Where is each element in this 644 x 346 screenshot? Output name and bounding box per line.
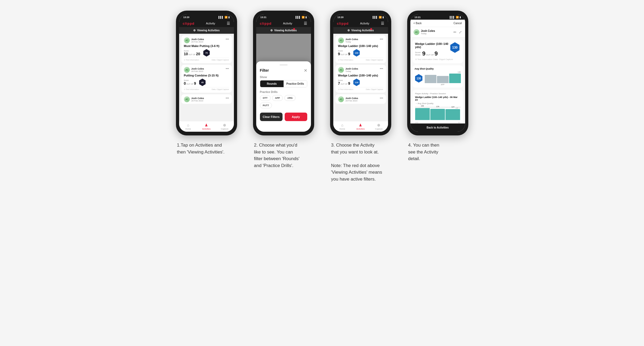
viewing-banner-3[interactable]: ⚙ Viewing Activities — [333, 27, 388, 34]
phone-4: 13:21 ▌▌▌ 📶 ▮ < Back Cancel J — [407, 11, 468, 135]
nav-title-3: Activity — [360, 22, 369, 25]
score-value-wrap-1-1: 10 OUT OF 20 — [184, 52, 200, 56]
phone-col-3: 13:20 ▌▌▌ 📶 ▮ clippd Activity ☰ ⚙ Vie — [326, 11, 395, 182]
detail-shots-val-4: 9 — [435, 50, 438, 57]
logo-3: clippd — [337, 22, 349, 25]
user-date-1-2: 28 Feb 2023 — [191, 70, 204, 72]
activity-card-1-2[interactable]: JC Josh Coles 28 Feb 2023 ••• Putting Co… — [181, 65, 232, 93]
wifi-icon-4: 📶 — [456, 16, 459, 19]
card-stats-3-1: Score 9 OUT OF 9 130 — [338, 49, 383, 57]
viewing-banner-1[interactable]: ⚙ Viewing Activities — [179, 27, 234, 34]
detail-score-labels-4: Score Shots — [415, 51, 421, 56]
quality-hex-3-1: 130 — [353, 49, 360, 57]
more-dots-1-1[interactable]: ••• — [226, 37, 229, 41]
nav-capture-label-3: Capture — [375, 128, 382, 130]
card-title-3-2: Wedge Ladder (100–140 yds) — [338, 74, 383, 77]
expand-icon-4[interactable]: ⤢ — [459, 30, 462, 34]
detail-quality-hex-4: 130 — [450, 42, 460, 53]
user-info-3-3: JC Josh Coles 28 Feb 2023 — [338, 96, 358, 102]
activity-card-3-2[interactable]: JC Josh Coles Today ••• Wedge Ladder (10… — [335, 65, 386, 93]
back-to-activities-button-4[interactable]: Back to Activities — [410, 123, 465, 132]
close-icon-2[interactable]: ✕ — [304, 68, 307, 73]
practice-drills-tab-2[interactable]: Practice Drills — [284, 80, 307, 87]
more-dots-3-2[interactable]: ••• — [380, 67, 383, 71]
more-dots-3-1[interactable]: ••• — [380, 37, 383, 41]
avatar-1-2: JC — [184, 67, 190, 73]
phone-screen-3: 13:20 ▌▌▌ 📶 ▮ clippd Activity ☰ ⚙ Vie — [333, 14, 388, 132]
menu-icon-1[interactable]: ☰ — [227, 21, 230, 25]
back-button-4[interactable]: < Back — [414, 22, 422, 25]
menu-icon-3[interactable]: ☰ — [381, 21, 384, 25]
bar-2-4 — [437, 76, 449, 83]
shots-val-3-1: 9 — [348, 52, 350, 56]
phone-1: 13:20 ▌▌▌ 📶 ▮ clippd Activity ☰ ⚙ Vie — [176, 11, 237, 135]
user-date-1-3: 28 Feb 2023 — [191, 100, 204, 102]
shots-val-1-1: 20 — [196, 52, 200, 56]
filter-actions-2: Clear Filters Apply — [260, 113, 307, 121]
card-stats-3-2: Score 7 OUT OF 9 118 — [338, 79, 383, 86]
banner-text-1: Viewing Activities — [197, 29, 220, 32]
menu-icon-2[interactable]: ☰ — [304, 21, 307, 25]
chip-ott-2[interactable]: OTT — [260, 95, 271, 101]
nav-home-3[interactable]: ⌂ Home — [333, 123, 352, 130]
chip-arg-2[interactable]: ARG — [284, 95, 296, 101]
session-sub-4: → Avg Shot Quality — [415, 102, 460, 105]
user-name-1-3: Josh Coles — [191, 97, 204, 100]
card-header-3-2: JC Josh Coles Today ••• — [338, 67, 383, 73]
nav-activities-3[interactable]: ♟ Activities — [351, 123, 370, 130]
filter-icon-3: ⚙ — [347, 29, 350, 32]
session-bar-3-4: 124 — [445, 109, 460, 120]
avatar-inner-3-2: JC — [338, 67, 344, 73]
clear-filters-button-2[interactable]: Clear Filters — [260, 113, 283, 121]
cancel-button-4[interactable]: Cancel — [453, 22, 462, 25]
chart-bars-wrap-4: 130 APP — [425, 71, 461, 86]
more-dots-1-3[interactable]: ••• — [226, 96, 229, 100]
user-info-1-2: JC Josh Coles 28 Feb 2023 — [184, 67, 204, 73]
phone-notch-3 — [349, 11, 373, 16]
home-icon-1: ⌂ — [187, 123, 189, 127]
chip-putt-2[interactable]: PUTT — [260, 102, 272, 108]
score-label-3-2: Score — [338, 79, 350, 81]
edit-icon-4[interactable]: ✏ — [453, 30, 457, 34]
nav-home-1[interactable]: ⌂ Home — [179, 123, 197, 130]
nav-capture-1[interactable]: ⊕ Capture — [216, 123, 234, 130]
show-label-2: Show — [260, 76, 307, 79]
viewing-banner-2[interactable]: ⚙ Viewing Activities — [256, 27, 311, 34]
activity-card-3-1[interactable]: JC Josh Coles Today ••• Wedge Ladder (10… — [335, 35, 386, 63]
filter-modal-2: Filter ✕ Show Rounds Practice Drills Pra… — [256, 61, 311, 132]
bottom-nav-1: ⌂ Home ♟ Activities ⊕ Capture — [179, 121, 234, 132]
apply-button-2[interactable]: Apply — [285, 113, 307, 121]
avatar-3-1: JC — [338, 37, 344, 43]
detail-title-row-4: Wedge Ladder (100–140 yds) Score Shots 9… — [415, 42, 460, 57]
detail-header-4: < Back Cancel — [410, 20, 465, 27]
nav-activities-1[interactable]: ♟ Activities — [197, 123, 216, 130]
logo-2: clippd — [260, 22, 272, 25]
nav-capture-3[interactable]: ⊕ Capture — [370, 123, 388, 130]
phone-notch-4 — [426, 11, 450, 16]
red-dot-2 — [293, 28, 295, 30]
more-dots-3-3[interactable]: ••• — [380, 96, 383, 100]
phone-screen-4: 13:21 ▌▌▌ 📶 ▮ < Back Cancel J — [410, 14, 465, 132]
filter-handle-2 — [280, 65, 288, 65]
wifi-icon-2: 📶 — [302, 16, 305, 19]
session-bar-1-4: 132 — [415, 108, 430, 120]
red-dot-3 — [370, 28, 372, 30]
chip-app-2[interactable]: APP — [272, 95, 283, 101]
nav-title-1: Activity — [206, 22, 215, 25]
score-val-3-1: 9 — [338, 52, 340, 56]
card-footer-1-2: ⊙ Test Information Data: Clippd Capture — [184, 87, 229, 91]
detail-user-info-4: JC Josh Coles Today — [414, 29, 435, 35]
shots-val-1-2: 9 — [194, 81, 196, 86]
phone-2: 13:21 ▌▌▌ 📶 ▮ clippd Activity ☰ ⚙ Vie — [253, 11, 314, 135]
rounds-tab-2[interactable]: Rounds — [260, 80, 284, 87]
filter-chips-2: OTT APP ARG PUTT — [260, 95, 307, 108]
user-name-1-1: Josh Coles — [191, 38, 204, 41]
phone-col-4: 13:21 ▌▌▌ 📶 ▮ < Back Cancel J — [403, 11, 472, 162]
session-card-4: Player Activity › Practice Session Wedge… — [413, 90, 463, 123]
detail-title-block-4: Wedge Ladder (100–140 yds) Score Shots 9… — [415, 42, 450, 57]
user-meta-1-2: Josh Coles 28 Feb 2023 — [191, 67, 204, 72]
activity-card-1-1[interactable]: JC Josh Coles 28 Feb 2023 ••• Must Make … — [181, 35, 232, 63]
more-dots-1-2[interactable]: ••• — [226, 67, 229, 71]
score-label-1-2: Score — [184, 79, 196, 81]
footer-left-1-2: ⊙ Test Information — [184, 88, 199, 91]
